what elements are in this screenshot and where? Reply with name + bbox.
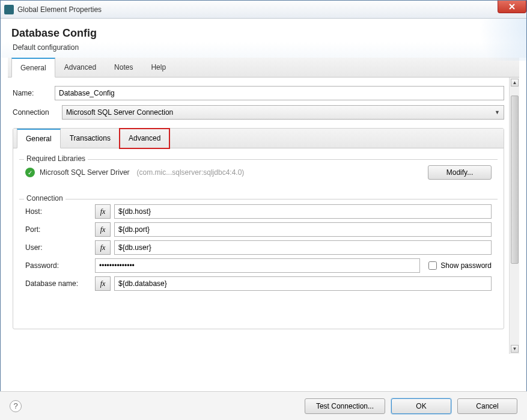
dbname-input[interactable] (114, 276, 492, 291)
ok-button[interactable]: OK (391, 398, 451, 414)
dialog-footer: ? Test Connection... OK Cancel (0, 391, 527, 420)
show-password-label[interactable]: Show password (428, 261, 492, 270)
help-icon[interactable]: ? (10, 400, 22, 412)
connection-dropdown[interactable]: Microsoft SQL Server Connection ▼ (62, 105, 504, 120)
connection-panel: General Transactions Advanced Required L… (13, 128, 504, 329)
tab-advanced[interactable]: Advanced (55, 58, 105, 78)
fx-button-port[interactable]: fx (95, 222, 111, 237)
port-label: Port: (25, 225, 91, 234)
user-row: User: fx (25, 239, 492, 257)
cancel-button[interactable]: Cancel (457, 398, 517, 414)
connection-value: Microsoft SQL Server Connection (66, 108, 173, 117)
password-input[interactable] (95, 258, 420, 273)
show-password-text: Show password (440, 261, 492, 270)
inner-tab-bar: General Transactions Advanced (13, 129, 504, 148)
content-area: Name: Connection Microsoft SQL Server Co… (8, 78, 509, 354)
name-row: Name: (8, 84, 509, 103)
host-input[interactable] (114, 204, 492, 219)
host-row: Host: fx (25, 202, 492, 221)
name-label: Name: (13, 89, 50, 97)
driver-row: ✓ Microsoft SQL Server Driver (com.mic..… (25, 163, 492, 182)
connection-legend: Connection (24, 194, 65, 202)
dbname-row: Database name: fx (25, 275, 492, 293)
dialog-header: Database Config Default configuration (1, 19, 526, 58)
page-title: Database Config (11, 27, 516, 40)
required-libraries-legend: Required Libraries (24, 154, 88, 163)
app-icon (4, 5, 14, 14)
test-connection-button[interactable]: Test Connection... (305, 398, 385, 414)
host-label: Host: (25, 207, 91, 216)
close-icon (509, 4, 515, 10)
fx-button-user[interactable]: fx (95, 240, 111, 255)
inner-tab-transactions[interactable]: Transactions (61, 129, 120, 148)
scroll-up-icon[interactable]: ▲ (511, 79, 519, 87)
scroll-down-icon[interactable]: ▼ (511, 345, 519, 353)
tab-help[interactable]: Help (142, 58, 175, 78)
port-input[interactable] (114, 222, 492, 237)
user-label: User: (25, 243, 91, 252)
chevron-down-icon: ▼ (495, 109, 500, 115)
tab-general[interactable]: General (11, 58, 55, 78)
window-title: Global Element Properties (17, 5, 102, 14)
port-row: Port: fx (25, 221, 492, 239)
password-label: Password: (25, 261, 91, 270)
modify-button[interactable]: Modify... (428, 165, 492, 180)
name-input[interactable] (55, 86, 504, 100)
connection-row: Connection Microsoft SQL Server Connecti… (8, 103, 509, 122)
user-input[interactable] (114, 240, 492, 255)
scrollbar-thumb[interactable] (511, 96, 519, 264)
dbname-label: Database name: (25, 279, 91, 288)
fx-button-dbname[interactable]: fx (95, 276, 111, 291)
close-button[interactable] (498, 1, 526, 13)
page-subtitle: Default configuration (13, 43, 516, 52)
inner-tab-general[interactable]: General (17, 129, 61, 148)
fx-button-host[interactable]: fx (95, 204, 111, 219)
header-decoration (442, 19, 526, 61)
connection-fieldset: Connection Host: fx Port: fx User: fx (19, 194, 498, 323)
tab-notes[interactable]: Notes (105, 58, 142, 78)
password-row: Password: Show password (25, 257, 492, 275)
titlebar: Global Element Properties (1, 1, 526, 19)
show-password-checkbox[interactable] (428, 261, 437, 270)
driver-detail: (com.mic...sqlserver:sqljdbc4:4.0) (137, 168, 245, 177)
inner-tab-advanced[interactable]: Advanced (120, 129, 169, 148)
required-libraries-fieldset: Required Libraries ✓ Microsoft SQL Serve… (19, 154, 498, 188)
connection-label: Connection (13, 108, 57, 117)
check-icon: ✓ (25, 168, 35, 177)
vertical-scrollbar[interactable]: ▲ ▼ (509, 78, 519, 354)
driver-name: Microsoft SQL Server Driver (40, 168, 130, 177)
